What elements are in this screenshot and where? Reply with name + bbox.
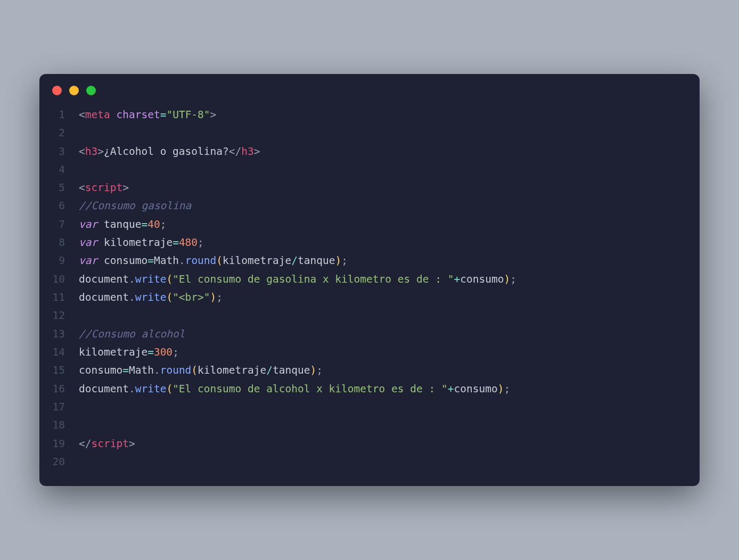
code-content[interactable]: var consumo=Math.round(kilometraje/tanqu… [79, 252, 348, 270]
code-content[interactable]: var tanque=40; [79, 216, 166, 234]
code-content[interactable]: //Consumo gasolina [79, 197, 191, 215]
code-content[interactable]: document.write("El consumo de gasolina x… [79, 270, 516, 289]
line-number: 20 [52, 453, 79, 471]
code-line[interactable]: 19</script> [52, 435, 687, 453]
code-content[interactable]: document.write("El consumo de alcohol x … [79, 380, 510, 398]
code-line[interactable]: 16document.write("El consumo de alcohol … [52, 380, 687, 398]
line-number: 11 [52, 289, 79, 307]
line-number: 13 [52, 325, 79, 343]
line-number: 16 [52, 380, 79, 398]
code-line[interactable]: 18 [52, 416, 687, 434]
code-line[interactable]: 10document.write("El consumo de gasolina… [52, 270, 687, 289]
code-line[interactable]: 7var tanque=40; [52, 216, 687, 234]
code-line[interactable]: 12 [52, 307, 687, 325]
line-number: 17 [52, 398, 79, 416]
code-line[interactable]: 1<meta charset="UTF-8"> [52, 106, 687, 124]
line-number: 12 [52, 307, 79, 325]
line-number: 4 [52, 161, 79, 179]
code-line[interactable]: 6//Consumo gasolina [52, 197, 687, 215]
code-content[interactable]: </script> [79, 435, 135, 453]
line-number: 7 [52, 216, 79, 234]
code-content[interactable]: document.write("<br>"); [79, 289, 223, 307]
code-content[interactable]: <h3>¿Alcohol o gasolina?</h3> [79, 143, 260, 161]
maximize-icon[interactable] [86, 86, 96, 95]
line-number: 1 [52, 106, 79, 124]
code-line[interactable]: 8var kilometraje=480; [52, 234, 687, 252]
line-number: 14 [52, 343, 79, 361]
line-number: 19 [52, 435, 79, 453]
line-number: 18 [52, 416, 79, 434]
line-number: 6 [52, 197, 79, 215]
code-content[interactable]: consumo=Math.round(kilometraje/tanque); [79, 361, 323, 380]
close-icon[interactable] [52, 86, 62, 95]
code-content[interactable]: <script> [79, 179, 129, 197]
code-line[interactable]: 11document.write("<br>"); [52, 289, 687, 307]
line-number: 2 [52, 124, 79, 142]
minimize-icon[interactable] [69, 86, 79, 95]
code-line[interactable]: 14kilometraje=300; [52, 343, 687, 361]
line-number: 8 [52, 234, 79, 252]
window-titlebar [39, 74, 700, 102]
code-window: 1<meta charset="UTF-8">23<h3>¿Alcohol o … [39, 74, 700, 486]
line-number: 15 [52, 361, 79, 380]
code-line[interactable]: 15consumo=Math.round(kilometraje/tanque)… [52, 361, 687, 380]
code-content[interactable]: //Consumo alcohol [79, 325, 185, 343]
code-content[interactable]: kilometraje=300; [79, 343, 179, 361]
code-line[interactable]: 17 [52, 398, 687, 416]
code-line[interactable]: 9var consumo=Math.round(kilometraje/tanq… [52, 252, 687, 270]
code-line[interactable]: 20 [52, 453, 687, 471]
code-line[interactable]: 3<h3>¿Alcohol o gasolina?</h3> [52, 143, 687, 161]
line-number: 3 [52, 143, 79, 161]
code-line[interactable]: 2 [52, 124, 687, 142]
code-editor[interactable]: 1<meta charset="UTF-8">23<h3>¿Alcohol o … [39, 102, 700, 471]
code-line[interactable]: 13//Consumo alcohol [52, 325, 687, 343]
line-number: 5 [52, 179, 79, 197]
code-content[interactable]: <meta charset="UTF-8"> [79, 106, 216, 124]
line-number: 10 [52, 270, 79, 289]
code-line[interactable]: 5<script> [52, 179, 687, 197]
line-number: 9 [52, 252, 79, 270]
code-line[interactable]: 4 [52, 161, 687, 179]
code-content[interactable]: var kilometraje=480; [79, 234, 204, 252]
